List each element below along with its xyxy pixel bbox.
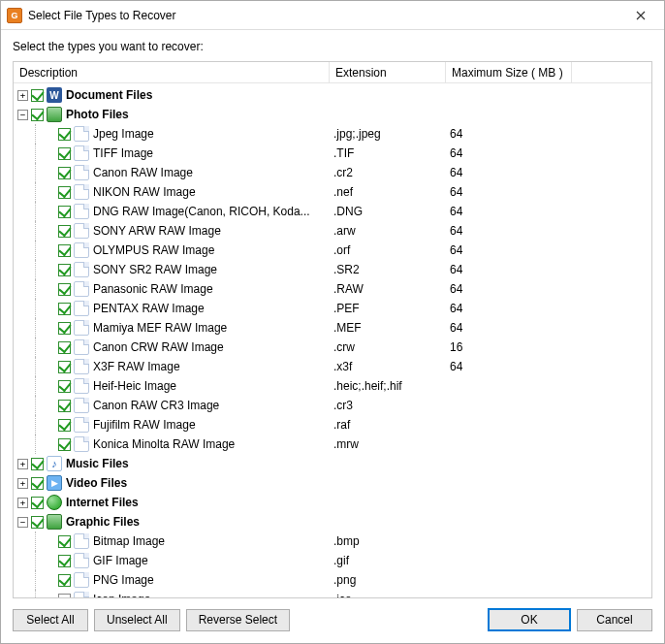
- window-title: Select File Types to Recover: [28, 9, 618, 22]
- item-extension: .MEF: [330, 321, 446, 335]
- item-checkbox[interactable]: [58, 361, 71, 373]
- item-checkbox[interactable]: [58, 400, 71, 412]
- file-type-row[interactable]: Canon RAW CR3 Image.cr3: [14, 396, 651, 415]
- group-row-doc[interactable]: +WDocument Files: [14, 85, 651, 105]
- file-type-row[interactable]: Canon RAW Image.cr264: [14, 163, 651, 182]
- item-size: 64: [446, 360, 572, 373]
- item-checkbox[interactable]: [58, 303, 71, 315]
- file-type-row[interactable]: Fujifilm RAW Image.raf: [14, 415, 651, 435]
- item-checkbox[interactable]: [58, 128, 71, 141]
- group-row-internet[interactable]: +Internet Files: [14, 493, 651, 512]
- item-checkbox[interactable]: [58, 322, 71, 335]
- file-type-row[interactable]: NIKON RAW Image.nef64: [14, 182, 651, 202]
- group-checkbox[interactable]: [31, 477, 44, 490]
- expand-toggle[interactable]: −: [17, 517, 28, 528]
- expand-toggle[interactable]: +: [17, 498, 28, 508]
- file-type-row[interactable]: Canon CRW RAW Image.crw16: [14, 338, 651, 357]
- close-button[interactable]: [618, 2, 662, 29]
- group-checkbox[interactable]: [31, 458, 44, 470]
- column-description[interactable]: Description: [14, 62, 330, 82]
- item-checkbox[interactable]: [58, 206, 71, 218]
- item-label: PNG Image: [93, 573, 154, 587]
- group-label: Document Files: [66, 88, 152, 102]
- item-checkbox[interactable]: [58, 535, 71, 548]
- expand-toggle[interactable]: +: [17, 478, 28, 489]
- file-type-row[interactable]: PENTAX RAW Image.PEF64: [14, 299, 651, 318]
- file-type-row[interactable]: Bitmap Image.bmp: [14, 531, 651, 551]
- group-label: Internet Files: [66, 496, 139, 509]
- item-checkbox[interactable]: [58, 341, 71, 354]
- ok-button[interactable]: OK: [488, 608, 571, 631]
- group-row-music[interactable]: +♪Music Files: [14, 454, 651, 473]
- select-all-button[interactable]: Select All: [13, 609, 88, 631]
- column-max-size[interactable]: Maximum Size ( MB ): [446, 62, 572, 82]
- item-size: 16: [446, 340, 572, 354]
- table-header: Description Extension Maximum Size ( MB …: [14, 62, 651, 83]
- item-checkbox[interactable]: [58, 594, 71, 598]
- item-checkbox[interactable]: [58, 283, 71, 296]
- group-row-photo[interactable]: −Photo Files: [14, 105, 651, 124]
- titlebar: G Select File Types to Recover: [1, 1, 664, 30]
- video-icon: ▶: [47, 475, 62, 491]
- item-checkbox[interactable]: [58, 264, 71, 276]
- item-checkbox[interactable]: [58, 380, 71, 393]
- table-body[interactable]: +WDocument Files−Photo FilesJpeg Image.j…: [14, 83, 651, 597]
- item-size: 64: [446, 321, 572, 335]
- group-checkbox[interactable]: [31, 497, 44, 509]
- item-checkbox[interactable]: [58, 574, 71, 587]
- item-label: TIFF Image: [93, 146, 153, 160]
- group-checkbox[interactable]: [31, 89, 44, 102]
- item-checkbox[interactable]: [58, 186, 71, 199]
- file-type-row[interactable]: PNG Image.png: [14, 570, 651, 590]
- file-type-row[interactable]: GIF Image.gif: [14, 551, 651, 570]
- item-label: Canon CRW RAW Image: [93, 340, 224, 354]
- item-checkbox[interactable]: [58, 147, 71, 160]
- file-type-row[interactable]: Heif-Heic Image.heic;.heif;.hif: [14, 376, 651, 396]
- expand-toggle[interactable]: −: [17, 110, 28, 120]
- file-icon: [74, 320, 89, 336]
- group-checkbox[interactable]: [31, 516, 44, 529]
- column-extension[interactable]: Extension: [330, 62, 446, 82]
- file-type-row[interactable]: SONY ARW RAW Image.arw64: [14, 221, 651, 241]
- file-type-row[interactable]: SONY SR2 RAW Image.SR264: [14, 260, 651, 279]
- item-label: Fujifilm RAW Image: [93, 418, 196, 432]
- file-type-row[interactable]: Jpeg Image.jpg;.jpeg64: [14, 124, 651, 144]
- group-row-video[interactable]: +▶Video Files: [14, 473, 651, 493]
- item-extension: .heic;.heif;.hif: [330, 379, 446, 393]
- file-type-row[interactable]: TIFF Image.TIF64: [14, 144, 651, 163]
- file-type-row[interactable]: Mamiya MEF RAW Image.MEF64: [14, 318, 651, 338]
- item-checkbox[interactable]: [58, 438, 71, 451]
- item-label: Canon RAW CR3 Image: [93, 399, 219, 412]
- file-type-row[interactable]: X3F RAW Image.x3f64: [14, 357, 651, 376]
- item-extension: .SR2: [330, 263, 446, 276]
- unselect-all-button[interactable]: Unselect All: [94, 609, 180, 631]
- item-size: 64: [446, 146, 572, 160]
- group-checkbox[interactable]: [31, 109, 44, 121]
- reverse-select-button[interactable]: Reverse Select: [186, 609, 290, 631]
- expand-toggle[interactable]: +: [17, 459, 28, 469]
- item-checkbox[interactable]: [58, 225, 71, 238]
- item-extension: .gif: [330, 554, 446, 567]
- file-icon: [74, 553, 89, 568]
- file-type-row[interactable]: DNG RAW Image(Canon, RICOH, Koda....DNG6…: [14, 202, 651, 221]
- item-checkbox[interactable]: [58, 555, 71, 567]
- file-icon: [74, 204, 89, 219]
- item-checkbox[interactable]: [58, 419, 71, 432]
- item-extension: .mrw: [330, 437, 446, 451]
- file-icon: [74, 436, 89, 452]
- expand-toggle[interactable]: +: [17, 90, 28, 101]
- item-extension: .crw: [330, 340, 446, 354]
- cancel-button[interactable]: Cancel: [577, 609, 652, 631]
- item-checkbox[interactable]: [58, 167, 71, 179]
- item-label: Panasonic RAW Image: [93, 282, 213, 296]
- file-type-row[interactable]: Konica Minolta RAW Image.mrw: [14, 435, 651, 454]
- file-type-row[interactable]: Panasonic RAW Image.RAW64: [14, 279, 651, 299]
- item-size: 64: [446, 302, 572, 315]
- group-row-graphic[interactable]: −Graphic Files: [14, 512, 651, 531]
- item-checkbox[interactable]: [58, 244, 71, 257]
- file-type-row[interactable]: OLYMPUS RAW Image.orf64: [14, 241, 651, 260]
- item-label: Canon RAW Image: [93, 166, 193, 179]
- file-type-row[interactable]: Icon Image.ico: [14, 590, 651, 597]
- item-label: GIF Image: [93, 554, 148, 567]
- group-label: Photo Files: [66, 108, 129, 121]
